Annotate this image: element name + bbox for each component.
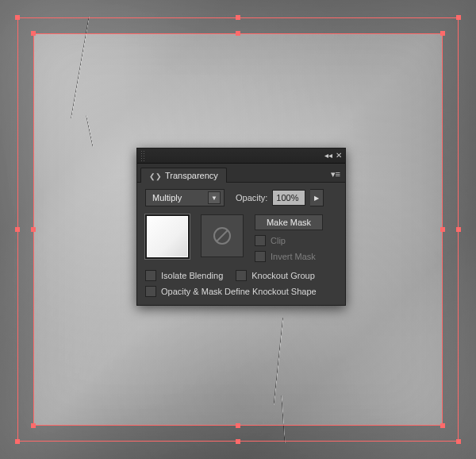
knockout-group-label: Knockout Group	[251, 271, 315, 280]
mask-thumbnail-empty[interactable]	[201, 214, 244, 257]
checkbox-box	[255, 251, 266, 262]
make-mask-button[interactable]: Make Mask	[255, 214, 323, 230]
illustrator-canvas: ◂◂ ✕ ❮❯Transparency ▾≡ Multiply ▼ Opacit…	[0, 0, 476, 459]
dropdown-icon[interactable]: ▼	[208, 191, 221, 204]
checkbox-box	[145, 270, 156, 281]
panel-titlebar[interactable]: ◂◂ ✕	[137, 148, 345, 164]
opacity-input[interactable]	[272, 190, 305, 206]
transparency-panel[interactable]: ◂◂ ✕ ❮❯Transparency ▾≡ Multiply ▼ Opacit…	[136, 148, 346, 306]
no-mask-icon	[212, 226, 232, 246]
tab-label: Transparency	[165, 171, 218, 180]
panel-grip[interactable]	[140, 150, 145, 161]
isolate-blending-label: Isolate Blending	[161, 271, 223, 280]
panel-tab-bar: ❮❯Transparency ▾≡	[137, 164, 345, 183]
opacity-mask-shape-label: Opacity & Mask Define Knockout Shape	[161, 287, 317, 296]
blend-mode-value: Multiply	[152, 193, 182, 202]
checkbox-box	[145, 286, 156, 297]
panel-collapse-icon[interactable]: ◂◂	[324, 152, 332, 160]
svg-line-1	[217, 230, 228, 241]
tab-transparency[interactable]: ❮❯Transparency	[140, 168, 227, 183]
opacity-thumbnail[interactable]	[145, 214, 190, 259]
tab-cycle-icon[interactable]: ❮❯	[149, 172, 162, 180]
opacity-label: Opacity:	[236, 193, 267, 202]
panel-body: Multiply ▼ Opacity: ▶ Make Mask	[137, 183, 345, 305]
clip-label: Clip	[271, 236, 286, 245]
opacity-mask-shape-checkbox[interactable]: Opacity & Mask Define Knockout Shape	[145, 286, 337, 297]
panel-close-icon[interactable]: ✕	[336, 152, 342, 160]
checkbox-box	[255, 235, 266, 246]
invert-mask-checkbox: Invert Mask	[255, 251, 323, 262]
isolate-blending-checkbox[interactable]: Isolate Blending	[145, 270, 223, 281]
knockout-group-checkbox[interactable]: Knockout Group	[236, 270, 315, 281]
clip-checkbox: Clip	[255, 235, 323, 246]
opacity-flyout-icon[interactable]: ▶	[310, 189, 324, 206]
invert-mask-label: Invert Mask	[271, 252, 316, 261]
checkbox-box	[236, 270, 247, 281]
blend-mode-select[interactable]: Multiply ▼	[145, 189, 225, 206]
panel-menu-icon[interactable]: ▾≡	[329, 169, 342, 182]
